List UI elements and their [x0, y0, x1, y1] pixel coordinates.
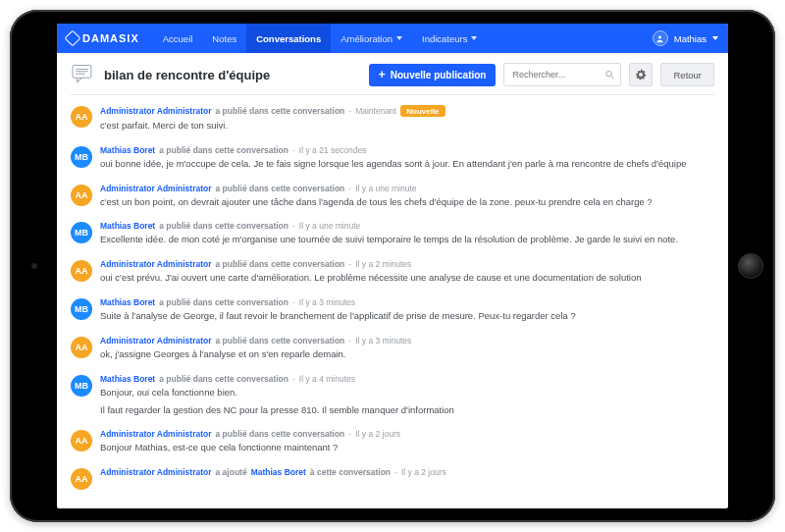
author-link[interactable]: Administrator Administrator — [100, 184, 212, 193]
message-row: AAAdministrator Administratora publié da… — [71, 178, 714, 216]
brand-icon — [65, 30, 81, 47]
author-avatar: AA — [71, 106, 92, 128]
conversation-icon — [71, 64, 96, 85]
user-name: Mathias — [674, 33, 706, 44]
author-link[interactable]: Administrator Administrator — [100, 429, 212, 439]
top-nav: DAMASIX AccueilNotesConversationsAmélior… — [57, 24, 728, 53]
message-row: MBMathias Boreta publié dans cette conve… — [71, 139, 714, 178]
page-title: bilan de rencontre d'équipe — [104, 68, 270, 82]
message-row: MBMathias Boreta publié dans cette conve… — [71, 368, 714, 424]
author-avatar: MB — [71, 375, 92, 397]
message-header: Administrator Administratora publié dans… — [100, 429, 714, 439]
author-link[interactable]: Mathias Boret — [100, 145, 155, 155]
nav-item-label: Indicateurs — [422, 33, 467, 44]
search-box — [503, 63, 621, 86]
message-action: a publié dans cette conversation — [159, 374, 288, 384]
message-time: Il y a 2 minutes — [355, 259, 411, 269]
brand-logo[interactable]: DAMASIX — [67, 32, 139, 44]
target-author-link[interactable]: Mathias Boret — [251, 467, 306, 477]
nav-item-label: Notes — [212, 33, 236, 44]
message-text: c'est parfait. Merci de ton suivi. — [100, 120, 714, 133]
message-action: a publié dans cette conversation — [216, 429, 345, 439]
message-text: Il faut regarder la gestion des NC pour … — [100, 404, 714, 417]
message-time: Il y a une minute — [299, 221, 360, 231]
message-header: Mathias Boreta publié dans cette convers… — [100, 297, 714, 307]
message-body: Mathias Boreta publié dans cette convers… — [100, 221, 714, 246]
author-avatar: AA — [71, 468, 92, 490]
message-list: AAAdministrator Administratora publié da… — [57, 95, 728, 508]
separator: - — [292, 145, 295, 155]
author-link[interactable]: Administrator Administrator — [100, 336, 212, 346]
message-text: Bonjour Mathias, est-ce que cela fonctio… — [100, 442, 714, 454]
message-body: Administrator Administratora publié dans… — [100, 259, 714, 285]
nav-item-amélioration[interactable]: Amélioration — [331, 24, 412, 53]
message-row: AAAdministrator Administratora ajoutéMat… — [71, 461, 714, 497]
separator: - — [394, 467, 397, 477]
message-header: Mathias Boreta publié dans cette convers… — [100, 374, 714, 384]
tablet-camera — [31, 263, 37, 269]
user-menu[interactable]: Mathias — [653, 30, 718, 46]
chevron-down-icon — [396, 36, 402, 40]
new-publication-button[interactable]: + Nouvelle publication — [369, 64, 497, 86]
message-header: Administrator Administratora publié dans… — [100, 336, 714, 346]
separator: - — [348, 106, 351, 116]
separator: - — [292, 221, 295, 231]
author-avatar: MB — [71, 298, 92, 320]
page-header: bilan de rencontre d'équipe + Nouvelle p… — [57, 53, 728, 94]
settings-button[interactable] — [629, 63, 653, 86]
message-time: Il y a 3 minutes — [355, 336, 411, 346]
search-input[interactable] — [503, 63, 621, 86]
chevron-down-icon — [471, 36, 477, 40]
brand-text: DAMASIX — [82, 32, 139, 44]
svg-point-5 — [606, 71, 612, 77]
author-link[interactable]: Administrator Administrator — [100, 106, 212, 116]
author-link[interactable]: Mathias Boret — [100, 221, 155, 231]
app-screen: DAMASIX AccueilNotesConversationsAmélior… — [57, 24, 728, 508]
nav-item-accueil[interactable]: Accueil — [153, 24, 203, 53]
message-row: MBMathias Boreta publié dans cette conve… — [71, 292, 714, 330]
author-link[interactable]: Administrator Administrator — [100, 467, 212, 477]
author-avatar: AA — [71, 260, 92, 282]
message-time: Il y a une minute — [355, 184, 416, 193]
message-time: Maintenant — [355, 106, 396, 116]
message-text: c'est un bon point, on devrait ajouter u… — [100, 196, 714, 209]
separator: - — [292, 374, 295, 384]
message-body: Administrator Administratora publié dans… — [100, 336, 714, 361]
message-action: a ajouté — [216, 467, 247, 477]
message-body: Mathias Boreta publié dans cette convers… — [100, 374, 714, 417]
message-body: Administrator Administratora publié dans… — [100, 429, 714, 454]
nav-item-indicateurs[interactable]: Indicateurs — [412, 24, 487, 53]
nav-item-label: Amélioration — [340, 33, 392, 44]
message-header: Administrator Administratora ajoutéMathi… — [100, 467, 714, 477]
message-body: Mathias Boreta publié dans cette convers… — [100, 297, 714, 323]
author-link[interactable]: Administrator Administrator — [100, 259, 212, 269]
author-avatar: MB — [71, 146, 92, 168]
back-button[interactable]: Retour — [660, 63, 714, 86]
message-action: a publié dans cette conversation — [216, 184, 345, 193]
tablet-home-button[interactable] — [738, 253, 763, 279]
message-action: a publié dans cette conversation — [216, 259, 345, 269]
author-avatar: AA — [71, 337, 92, 358]
new-badge: Nouvelle — [400, 105, 445, 117]
svg-line-6 — [611, 76, 614, 79]
message-body: Administrator Administratora ajoutéMathi… — [100, 467, 714, 490]
search-icon — [604, 70, 615, 80]
message-action: a publié dans cette conversation — [159, 221, 288, 231]
separator: - — [348, 259, 351, 269]
message-time: Il y a 2 jours — [401, 467, 446, 477]
author-link[interactable]: Mathias Boret — [100, 374, 155, 384]
message-action-suffix: à cette conversation — [310, 467, 391, 477]
message-action: a publié dans cette conversation — [216, 336, 345, 346]
message-text: Suite à l'analyse de George, il faut rev… — [100, 310, 714, 323]
nav-item-notes[interactable]: Notes — [202, 24, 246, 53]
message-header: Administrator Administratora publié dans… — [100, 184, 714, 193]
message-time: Il y a 21 secondes — [299, 145, 367, 155]
message-body: Mathias Boreta publié dans cette convers… — [100, 145, 714, 171]
author-avatar: AA — [71, 185, 92, 206]
message-time: Il y a 2 jours — [355, 429, 400, 439]
message-time: Il y a 3 minutes — [299, 297, 355, 307]
author-link[interactable]: Mathias Boret — [100, 297, 155, 307]
nav-item-conversations[interactable]: Conversations — [246, 24, 331, 53]
message-action: a publié dans cette conversation — [159, 297, 288, 307]
message-action: a publié dans cette conversation — [159, 145, 288, 155]
